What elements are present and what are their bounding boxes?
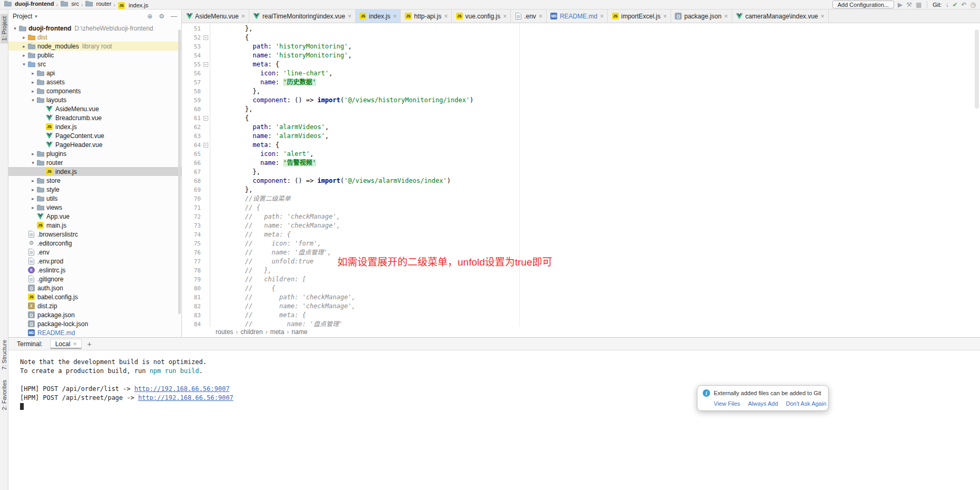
gutter[interactable]: [201, 69, 210, 78]
build-icon[interactable]: ⚒: [906, 2, 912, 8]
line-number[interactable]: 70: [182, 194, 201, 203]
tree-item[interactable]: Breadcrumb.vue: [8, 113, 181, 122]
line-number[interactable]: 54: [182, 51, 201, 60]
line-number[interactable]: 73: [182, 221, 201, 230]
terminal-output[interactable]: Note that the development build is not o…: [8, 350, 980, 411]
editor-tab[interactable]: JSimportExcel.js×: [608, 9, 671, 23]
code-breadcrumb-item[interactable]: name: [292, 328, 307, 336]
editor-tab[interactable]: {}package.json×: [671, 9, 732, 23]
gutter[interactable]: [201, 123, 210, 132]
tree-item[interactable]: .gitignore: [8, 275, 181, 283]
chevron-right-icon[interactable]: ▸: [30, 205, 36, 210]
gutter[interactable]: [201, 194, 210, 203]
tree-item[interactable]: ▸views: [8, 203, 181, 212]
gutter[interactable]: [201, 78, 210, 87]
tree-item[interactable]: AsideMenu.vue: [8, 104, 181, 113]
editor-tab[interactable]: realTimeMonitoring\index.vue×: [249, 9, 356, 23]
close-icon[interactable]: ×: [393, 13, 396, 19]
tree-item[interactable]: ▸dist: [8, 33, 181, 42]
chevron-down-icon[interactable]: ▾: [12, 26, 18, 31]
chevron-down-icon[interactable]: ▾: [30, 160, 36, 165]
gutter[interactable]: −: [201, 114, 210, 123]
line-number[interactable]: 80: [182, 284, 201, 293]
line-number[interactable]: 53: [182, 42, 201, 51]
chevron-right-icon[interactable]: ▸: [21, 44, 27, 49]
terminal-link[interactable]: http://192.168.66.56:9007: [138, 394, 234, 401]
gutter[interactable]: [201, 311, 210, 320]
settings-gear-icon[interactable]: ⚙: [159, 13, 164, 20]
gutter[interactable]: [201, 185, 210, 194]
chevron-down-icon[interactable]: ▾: [35, 14, 37, 19]
git-update-icon[interactable]: ↓: [945, 2, 948, 8]
chevron-right-icon[interactable]: ▸: [30, 178, 36, 183]
chevron-right-icon[interactable]: ▸: [30, 151, 36, 156]
chevron-right-icon[interactable]: ▸: [30, 196, 36, 201]
tree-item[interactable]: ⚙.editorconfig: [8, 239, 181, 248]
gutter[interactable]: −: [201, 141, 210, 150]
line-number[interactable]: 79: [182, 275, 201, 284]
line-number[interactable]: 76: [182, 248, 201, 257]
locate-file-icon[interactable]: ⊕: [147, 13, 152, 20]
close-icon[interactable]: ×: [821, 13, 824, 19]
gutter[interactable]: [201, 87, 210, 96]
tree-item[interactable]: PageContent.vue: [8, 131, 181, 140]
run-icon[interactable]: ▶: [898, 2, 903, 8]
notification-action[interactable]: Always Add: [748, 400, 778, 407]
close-icon[interactable]: ×: [444, 13, 448, 19]
chevron-right-icon[interactable]: ▸: [30, 80, 36, 85]
gutter[interactable]: [201, 132, 210, 141]
gutter[interactable]: −: [201, 33, 210, 42]
line-number[interactable]: 69: [182, 185, 201, 194]
gutter[interactable]: [201, 159, 210, 168]
coverage-icon[interactable]: ▦: [916, 2, 921, 8]
editor-tab[interactable]: JSindex.js×: [356, 9, 401, 23]
tree-item[interactable]: ▸node_moduleslibrary root: [8, 42, 181, 51]
line-number[interactable]: 58: [182, 87, 201, 96]
line-number[interactable]: 61: [182, 114, 201, 123]
notification-action[interactable]: Don't Ask Again: [786, 400, 827, 407]
chevron-right-icon[interactable]: ▸: [21, 35, 27, 40]
tree-item[interactable]: ▾layouts: [8, 95, 181, 104]
gutter[interactable]: [201, 42, 210, 51]
fold-icon[interactable]: −: [203, 116, 208, 121]
tree-item[interactable]: PageHeader.vue: [8, 140, 181, 149]
editor-tab[interactable]: .env×: [511, 9, 547, 23]
close-icon[interactable]: ×: [348, 13, 352, 19]
line-number[interactable]: 63: [182, 132, 201, 141]
chevron-down-icon[interactable]: ▾: [30, 97, 36, 103]
tool-button-favorites[interactable]: 2: Favorites: [1, 377, 8, 413]
tree-item[interactable]: ▾router: [8, 158, 181, 167]
line-number[interactable]: 81: [182, 293, 201, 302]
line-number[interactable]: 56: [182, 69, 201, 78]
tree-item[interactable]: E.eslintrc.js: [8, 266, 181, 275]
chevron-down-icon[interactable]: ▾: [21, 62, 27, 67]
chevron-right-icon[interactable]: ▸: [30, 89, 36, 94]
editor-tab[interactable]: MDREADME.md×: [547, 9, 608, 23]
tree-item[interactable]: MDREADME.md: [8, 328, 181, 337]
tool-button-project[interactable]: 1: Project: [1, 14, 8, 43]
gutter[interactable]: [201, 150, 210, 159]
tree-item[interactable]: ▸api: [8, 68, 181, 77]
project-scrollbar[interactable]: [178, 30, 181, 314]
tree-item[interactable]: {}package-lock.json: [8, 319, 181, 328]
close-icon[interactable]: ×: [73, 341, 76, 347]
git-commit-icon[interactable]: ✔: [952, 2, 957, 8]
chevron-right-icon[interactable]: ▸: [30, 187, 36, 192]
fold-icon[interactable]: −: [203, 62, 208, 67]
tree-item[interactable]: ▸utils: [8, 194, 181, 203]
terminal-tab-local[interactable]: Local ×: [50, 339, 82, 349]
line-number[interactable]: 51: [182, 24, 201, 33]
code-breadcrumb-item[interactable]: routes: [216, 328, 233, 336]
git-history-icon[interactable]: ◷: [971, 2, 976, 8]
close-icon[interactable]: ×: [600, 13, 604, 19]
tree-item[interactable]: {}auth.json: [8, 283, 181, 292]
line-number[interactable]: 64: [182, 141, 201, 150]
line-number[interactable]: 84: [182, 320, 201, 327]
tree-item[interactable]: ▸assets: [8, 77, 181, 86]
code-breadcrumb-item[interactable]: children: [240, 328, 263, 336]
tree-item[interactable]: JSindex.js: [8, 122, 181, 131]
close-icon[interactable]: ×: [539, 13, 542, 19]
gutter[interactable]: [201, 266, 210, 275]
gutter[interactable]: [201, 302, 210, 311]
tree-item[interactable]: ▾duoji-frontendD:\zheheWeb\duoji-fronten…: [8, 24, 181, 33]
